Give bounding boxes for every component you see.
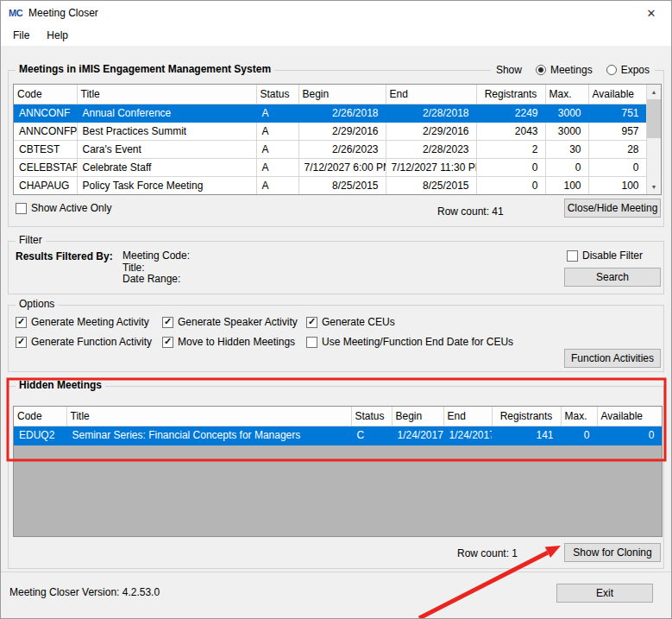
generate-meeting-activity-checkbox[interactable]: Generate Meeting Activity [16,316,149,328]
cell-begin[interactable]: 2/26/2018 [298,104,386,122]
meetings-grid: Code Title Status Begin End Registrants … [13,84,662,195]
search-button[interactable]: Search [564,268,661,287]
generate-ceus-checkbox[interactable]: Generate CEUs [306,316,395,328]
cell-available[interactable]: 957 [588,122,646,140]
col-status[interactable]: Status [351,407,392,426]
col-end[interactable]: End [443,407,492,426]
cell-title[interactable]: Cara's Event [77,140,256,158]
generate-speaker-activity-checkbox[interactable]: Generate Speaker Activity [162,316,298,328]
hidden-meeting-row[interactable]: EDUQ2 Seminar Series: Financial Concepts… [14,426,662,445]
meeting-row[interactable]: CBTEST Cara's Event A 2/26/2023 2/28/202… [14,140,646,158]
cell-registrants[interactable]: 2 [476,140,545,158]
scrollbar-thumb[interactable] [647,99,661,138]
cell-code[interactable]: ANNCONFP [14,122,77,140]
radio-meetings-circle [536,65,546,75]
function-activities-button[interactable]: Function Activities [564,349,661,368]
cell-max[interactable]: 0 [545,158,588,176]
vertical-scrollbar[interactable]: ▲ ▼ [646,85,661,194]
meeting-row[interactable]: ANNCONF Annual Conference A 2/26/2018 2/… [14,104,646,122]
meeting-row[interactable]: ANNCONFP Best Practices Summit A 2/29/20… [14,122,646,140]
cell-end[interactable]: 2/29/2016 [386,122,476,140]
cell-end[interactable]: 8/25/2015 [386,176,476,194]
radio-meetings[interactable]: Meetings [536,64,593,76]
checkbox-box [16,337,27,348]
col-available[interactable]: Available [597,407,662,426]
cell-max[interactable]: 30 [545,140,588,158]
scroll-down-icon[interactable]: ▼ [647,180,661,194]
version-label: Meeting Closer Version: 4.2.53.0 [9,586,160,598]
col-code[interactable]: Code [14,407,66,426]
cell-title[interactable]: Annual Conference [77,104,256,122]
cell-begin[interactable]: 2/26/2023 [298,140,386,158]
cell-end[interactable]: 7/12/2027 11:30 PM [386,158,476,176]
cell-max[interactable]: 3000 [545,104,588,122]
close-hide-meeting-button[interactable]: Close/Hide Meeting [564,199,661,218]
cell-code[interactable]: EDUQ2 [14,426,66,445]
col-registrants[interactable]: Registrants [492,407,561,426]
cell-registrants[interactable]: 2249 [476,104,545,122]
cell-code[interactable]: ANNCONF [14,104,77,122]
cell-registrants[interactable]: 2043 [476,122,545,140]
cell-begin[interactable]: 2/29/2016 [298,122,386,140]
move-to-hidden-meetings-checkbox[interactable]: Move to Hidden Meetings [162,336,295,348]
scroll-up-icon[interactable]: ▲ [647,85,661,99]
cell-available[interactable]: 100 [588,176,646,194]
cell-begin[interactable]: 8/25/2015 [298,176,386,194]
disable-filter-checkbox[interactable]: Disable Filter [567,249,643,262]
cell-registrants[interactable]: 0 [476,158,545,176]
show-active-only-label: Show Active Only [31,202,111,214]
col-max[interactable]: Max. [545,85,588,104]
cell-end[interactable]: 2/28/2023 [386,140,476,158]
meeting-code-label: Meeting Code: [122,250,190,262]
col-status[interactable]: Status [256,85,298,104]
menu-help[interactable]: Help [38,26,77,45]
titlebar[interactable]: MC Meeting Closer ✕ [1,1,671,25]
close-button[interactable]: ✕ [631,1,671,25]
radio-expos[interactable]: Expos [606,64,650,76]
generate-function-activity-checkbox[interactable]: Generate Function Activity [16,336,152,348]
cell-title[interactable]: Best Practices Summit [77,122,256,140]
cell-registrants[interactable]: 0 [476,176,545,194]
cell-available[interactable]: 0 [597,426,662,445]
cell-end[interactable]: 2/28/2018 [386,104,476,122]
cell-status[interactable]: A [256,176,298,194]
cell-end[interactable]: 1/24/2017 [443,426,492,445]
col-title[interactable]: Title [77,85,256,104]
meeting-row[interactable]: CELEBSTAFF Celebrate Staff A 7/12/2027 6… [14,158,646,176]
cell-code[interactable]: CELEBSTAFF [14,158,77,176]
cell-title[interactable]: Celebrate Staff [77,158,256,176]
cell-title[interactable]: Seminar Series: Financial Concepts for M… [66,426,351,445]
exit-button[interactable]: Exit [556,584,653,603]
cell-status[interactable]: A [256,122,298,140]
cell-begin[interactable]: 1/24/2017 [392,426,443,445]
col-code[interactable]: Code [14,85,77,104]
cell-status[interactable]: A [256,158,298,176]
col-end[interactable]: End [386,85,476,104]
checkbox-box [162,337,173,348]
meeting-row[interactable]: CHAPAUG Policy Task Force Meeting A 8/25… [14,176,646,194]
menu-file[interactable]: File [4,26,38,45]
col-registrants[interactable]: Registrants [476,85,545,104]
col-title[interactable]: Title [66,407,351,426]
cell-available[interactable]: 751 [588,104,646,122]
col-begin[interactable]: Begin [298,85,386,104]
cell-begin[interactable]: 7/12/2027 6:00 PM [298,158,386,176]
show-active-only-checkbox[interactable]: Show Active Only [16,202,111,214]
cell-status[interactable]: A [256,140,298,158]
cell-title[interactable]: Policy Task Force Meeting [77,176,256,194]
col-max[interactable]: Max. [561,407,597,426]
cell-status[interactable]: C [351,426,392,445]
cell-max[interactable]: 100 [545,176,588,194]
cell-code[interactable]: CBTEST [14,140,77,158]
cell-max[interactable]: 3000 [545,122,588,140]
col-begin[interactable]: Begin [392,407,443,426]
cell-available[interactable]: 28 [588,140,646,158]
col-available[interactable]: Available [588,85,646,104]
use-end-date-for-ceus-checkbox[interactable]: Use Meeting/Function End Date for CEUs [306,336,513,348]
cell-max[interactable]: 0 [561,426,597,445]
cell-registrants[interactable]: 141 [492,426,561,445]
cell-code[interactable]: CHAPAUG [14,176,77,194]
show-for-cloning-button[interactable]: Show for Cloning [564,543,661,562]
cell-available[interactable]: 0 [588,158,646,176]
cell-status[interactable]: A [256,104,298,122]
